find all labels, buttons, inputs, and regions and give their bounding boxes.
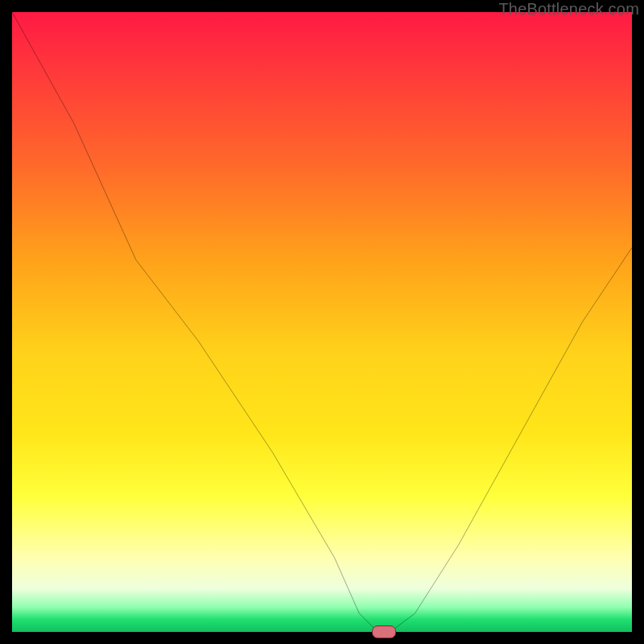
optimal-point-marker xyxy=(372,625,396,638)
bottleneck-curve xyxy=(12,12,632,632)
chart-frame: TheBottleneck.com xyxy=(0,0,644,644)
watermark-text: TheBottleneck.com xyxy=(498,0,639,19)
plot-area xyxy=(12,12,632,632)
